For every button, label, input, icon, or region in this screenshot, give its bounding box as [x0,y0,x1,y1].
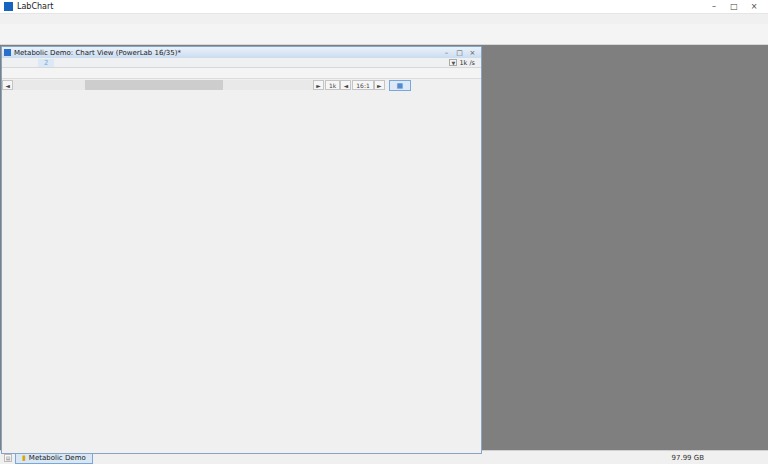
close-button[interactable]: × [744,2,764,11]
chart-view-window-icon [4,49,11,56]
chart-view-close-icon[interactable]: × [466,49,479,57]
chart-view-minimize-icon[interactable]: – [440,49,453,57]
labchart-app-icon [4,2,13,11]
time-selection-strip[interactable]: 2 ▼1k /s [2,58,481,68]
toolbar [0,24,768,45]
scroll-left-button[interactable]: ◄ [2,80,13,90]
sample-rate-display[interactable]: ▼1k /s [449,59,475,67]
zoom-view-button[interactable]: ▦ [389,80,411,91]
horizontal-scrollbar[interactable]: ◄ ► 1k ◄ 16:1 ► ▦ [2,79,481,91]
app-title-bar: LabChart – □ × [0,0,768,14]
chart-view-maximize-icon[interactable]: □ [453,49,466,57]
chart-view-title-bar[interactable]: Metabolic Demo: Chart View (PowerLab 16/… [2,47,481,58]
app-title: LabChart [17,2,704,11]
selection-marker: 2 [38,59,54,67]
menu-bar [0,14,768,24]
chart-view-window: Metabolic Demo: Chart View (PowerLab 16/… [1,46,482,454]
rate-control[interactable]: 1k [325,80,340,90]
chart-view-title: Metabolic Demo: Chart View (PowerLab 16/… [14,49,440,57]
free-disk-space: 97.99 GB [672,454,705,462]
status-grid-icon[interactable]: ▤ [4,454,12,462]
compression-ratio[interactable]: 16:1 [352,80,373,90]
rate-dropdown-icon[interactable]: ▼ [449,59,457,66]
minimize-button[interactable]: – [704,2,724,11]
folder-icon: ▮ [22,454,26,462]
scroll-right-button[interactable]: ► [313,80,324,90]
maximize-button[interactable]: □ [724,2,744,11]
time-axis[interactable] [2,68,481,79]
scrollbar-track[interactable] [13,80,313,90]
mdi-workspace: Metabolic Demo: Chart View (PowerLab 16/… [0,45,768,450]
compression-decrease-button[interactable]: ◄ [340,80,351,90]
scrollbar-thumb[interactable] [85,80,223,90]
document-tab-label: Metabolic Demo [29,454,86,462]
compression-increase-button[interactable]: ► [374,80,385,90]
